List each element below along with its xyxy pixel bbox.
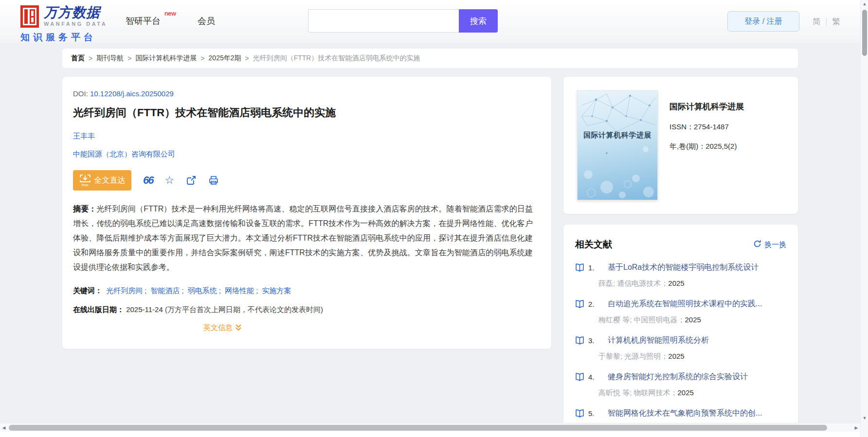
scroll-right-icon[interactable]: ▶ xyxy=(852,423,860,432)
related-item-title[interactable]: 健身房智能灯光控制系统的综合实验设计 xyxy=(608,372,748,382)
related-item-source: 于黎黎; 光源与照明； xyxy=(598,352,668,360)
vertical-scroll-thumb[interactable] xyxy=(862,10,867,56)
keyword-separator: ; xyxy=(256,286,258,295)
scroll-down-icon[interactable]: ▼ xyxy=(861,416,868,420)
refresh-related-button[interactable]: 换一换 xyxy=(753,240,786,249)
favorite-star-icon[interactable]: ☆ xyxy=(164,174,174,187)
keyword-link[interactable]: 智能酒店 xyxy=(151,286,180,295)
main-nav: 智研平台 new 会员 xyxy=(126,15,215,27)
publish-date-label: 在线出版日期： xyxy=(73,305,124,314)
affiliation-link[interactable]: 中能国源（北京）咨询有限公司 xyxy=(73,150,538,159)
nav-item-member[interactable]: 会员 xyxy=(198,15,215,27)
related-item: 4. 健身房智能灯光控制系统的综合实验设计 高昕悦 等; 物联网技术；2025 xyxy=(575,372,786,398)
doi-row: DOI: 10.12208/j.aics.20250029 xyxy=(73,89,538,98)
free-download-icon: free xyxy=(79,174,91,187)
breadcrumb-separator: > xyxy=(200,54,204,62)
keyword-link[interactable]: 网络性能 xyxy=(225,286,254,295)
keyword-separator: ; xyxy=(145,286,146,295)
related-item-number: 2. xyxy=(588,300,601,308)
doi-label: DOI: xyxy=(73,89,88,98)
related-item: 5. 智能网格化技术在气象靶向预警系统中的创... xyxy=(575,408,786,419)
abstract-label: 摘要： xyxy=(73,205,96,213)
refresh-label: 换一换 xyxy=(764,240,786,249)
breadcrumb-home[interactable]: 首页 xyxy=(71,54,85,63)
author-link[interactable]: 王丰丰 xyxy=(73,132,95,141)
book-icon xyxy=(575,373,584,381)
abstract-text: 光纤到房间（FTTR）技术是一种利用光纤网络将高速、稳定的互联网信号直接接入酒店… xyxy=(73,205,533,271)
keyword-link[interactable]: 实施方案 xyxy=(262,286,291,295)
related-item-meta: 高昕悦 等; 物联网技术；2025 xyxy=(598,388,786,398)
keyword-separator: ; xyxy=(219,286,221,295)
keyword-link[interactable]: 弱电系统 xyxy=(188,286,217,295)
article-card: DOI: 10.12208/j.aics.20250029 光纤到房间（FTTR… xyxy=(62,77,551,349)
journal-issn-row: ISSN：2754-1487 xyxy=(669,122,744,132)
related-literature-card: 相关文献 换一换 1. xyxy=(563,225,798,423)
abstract: 摘要：光纤到房间（FTTR）技术是一种利用光纤网络将高速、稳定的互联网信号直接接… xyxy=(73,202,533,275)
lang-divider xyxy=(826,18,827,26)
journal-info: 国际计算机科学进展 ISSN：2754-1487 年,卷(期)：2025,5(2… xyxy=(669,90,744,200)
search-bar: 搜索 xyxy=(308,9,498,33)
scroll-left-icon[interactable]: ◀ xyxy=(0,423,8,432)
lang-traditional[interactable]: 繁 xyxy=(832,16,840,27)
journal-cover-title: 国际计算机科学进展 xyxy=(578,131,657,140)
page-body: 首页 > 期刊导航 > 国际计算机科学进展 > 2025年2期 > 光纤到房间（… xyxy=(0,43,860,423)
breadcrumb-issue[interactable]: 2025年2期 xyxy=(209,54,241,63)
related-item-year: 2025 xyxy=(668,279,684,287)
language-switch: 简 繁 xyxy=(813,16,840,27)
cite-icon[interactable]: 66 xyxy=(143,174,153,187)
article-actions: free 全文直达 66 ☆ xyxy=(73,170,538,191)
keyword-link[interactable]: 光纤到房间 xyxy=(106,286,143,295)
horizontal-scrollbar[interactable]: ◀ ▶ xyxy=(0,423,860,432)
related-item-title[interactable]: 自动追光系统在智能照明技术课程中的实践... xyxy=(608,299,762,309)
related-item: 3. 计算机机房智能照明系统分析 于黎黎; 光源与照明；2025 xyxy=(575,335,786,361)
breadcrumb-journal-nav[interactable]: 期刊导航 xyxy=(96,54,124,63)
lang-simplified[interactable]: 简 xyxy=(813,16,821,27)
related-item-source: 梅红樱 等; 中国照明电器； xyxy=(598,315,685,324)
search-input[interactable] xyxy=(308,9,459,33)
volume-value: 2025,5(2) xyxy=(705,142,737,150)
publish-date-note: (万方平台首次上网日期，不代表论文的发表时间) xyxy=(165,305,323,314)
doi-link[interactable]: 10.12208/j.aics.20250029 xyxy=(90,89,174,98)
journal-cover[interactable]: 国际计算机科学进展 xyxy=(577,90,658,200)
related-item-year: 2025 xyxy=(678,388,694,397)
fulltext-label: 全文直达 xyxy=(94,175,126,186)
search-button[interactable]: 搜索 xyxy=(459,9,498,33)
related-item-title[interactable]: 基于LoRa技术的智能楼宇弱电控制系统设计 xyxy=(608,262,759,273)
share-icon[interactable] xyxy=(186,175,197,186)
brand-name: 万方数据 xyxy=(44,5,107,19)
related-item-source: 高昕悦 等; 物联网技术； xyxy=(598,388,678,397)
related-item-number: 5. xyxy=(588,409,601,418)
related-item-meta: 于黎黎; 光源与照明；2025 xyxy=(598,352,786,361)
volume-label: 年,卷(期)： xyxy=(669,142,705,150)
related-title: 相关文献 xyxy=(575,238,612,251)
related-item-meta: 薛磊; 通信电源技术；2025 xyxy=(598,279,786,288)
login-register-button[interactable]: 登录 / 注册 xyxy=(727,11,799,32)
breadcrumb-current: 光纤到房间（FTTR）技术在智能酒店弱电系统中的实施 xyxy=(253,54,420,63)
wanfang-logo[interactable]: 万方数据 WANFANG DATA 知识服务平台 xyxy=(20,5,107,44)
horizontal-scroll-thumb[interactable] xyxy=(9,425,827,431)
fulltext-button[interactable]: free 全文直达 xyxy=(73,170,131,191)
breadcrumb-separator: > xyxy=(245,54,249,62)
brand-name-en: WANFANG DATA xyxy=(44,21,107,27)
book-icon xyxy=(575,263,584,272)
vertical-scrollbar[interactable]: ▲ ▼ xyxy=(860,0,868,437)
english-info-label: 英文信息 xyxy=(203,323,233,332)
print-icon[interactable] xyxy=(208,175,219,186)
publish-date: 2025-11-24 xyxy=(126,305,163,314)
english-info-toggle[interactable]: 英文信息 xyxy=(203,323,242,332)
related-item-year: 2025 xyxy=(668,352,684,360)
scroll-up-icon[interactable]: ▲ xyxy=(861,1,868,6)
nav-item-label: 智研平台 xyxy=(126,16,161,26)
article-title: 光纤到房间（FTTR）技术在智能酒店弱电系统中的实施 xyxy=(73,105,538,120)
book-icon xyxy=(575,300,584,308)
nav-item-zhiyan[interactable]: 智研平台 new xyxy=(126,15,161,27)
breadcrumb-journal[interactable]: 国际计算机科学进展 xyxy=(135,54,197,63)
related-item-number: 3. xyxy=(588,336,601,345)
related-item-title[interactable]: 计算机机房智能照明系统分析 xyxy=(608,335,709,346)
journal-volume-row: 年,卷(期)：2025,5(2) xyxy=(669,142,744,151)
journal-name: 国际计算机科学进展 xyxy=(669,101,744,112)
brand-tagline: 知识服务平台 xyxy=(20,31,107,44)
breadcrumb-separator: > xyxy=(89,54,92,62)
related-item-title[interactable]: 智能网格化技术在气象靶向预警系统中的创... xyxy=(608,408,762,419)
related-item: 1. 基于LoRa技术的智能楼宇弱电控制系统设计 薛磊; 通信电源技术；2025 xyxy=(575,262,786,288)
